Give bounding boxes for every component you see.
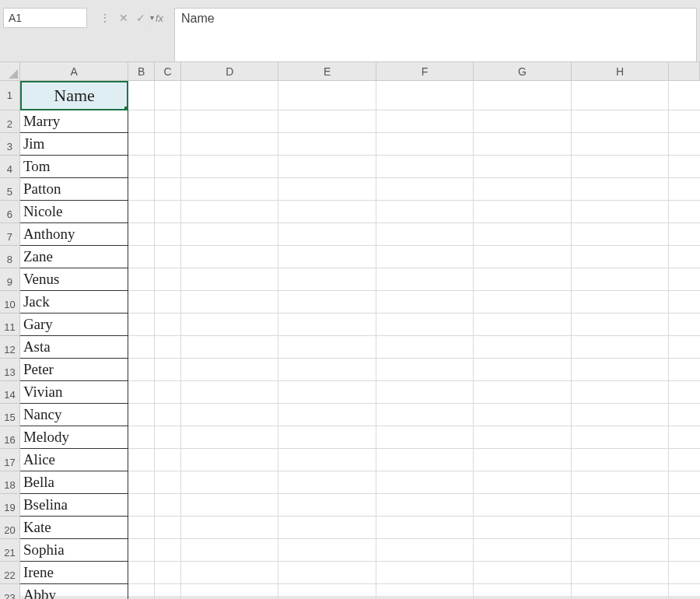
cell-E10[interactable] [278, 291, 376, 314]
cell-H23[interactable] [572, 584, 669, 599]
cell-A7[interactable]: Anthony [20, 223, 128, 246]
cell-G17[interactable] [474, 449, 571, 471]
cell-H4[interactable] [572, 156, 669, 178]
cell-F20[interactable] [376, 517, 474, 539]
cell-D22[interactable] [181, 562, 278, 584]
cell-C19[interactable] [155, 494, 181, 517]
cell-H17[interactable] [572, 449, 669, 471]
cell-C8[interactable] [155, 246, 181, 268]
spreadsheet-grid[interactable]: A B C D E F G H 1 Name 2Marry3Jim4Tom5Pa… [0, 62, 700, 596]
cell-H11[interactable] [572, 314, 669, 336]
cell-C22[interactable] [155, 562, 181, 584]
cell-I20[interactable] [669, 517, 700, 539]
cell-I8[interactable] [669, 246, 700, 268]
cell-C16[interactable] [155, 426, 181, 449]
cell-G6[interactable] [474, 201, 571, 223]
cell-E6[interactable] [278, 201, 376, 223]
cell-C17[interactable] [155, 449, 181, 471]
cell-H20[interactable] [572, 517, 669, 539]
cell-H21[interactable] [572, 539, 669, 562]
cell-A3[interactable]: Jim [20, 133, 128, 156]
cell-A16[interactable]: Melody [20, 426, 128, 449]
cell-A23[interactable]: Abby [20, 584, 128, 599]
cell-I21[interactable] [669, 539, 700, 562]
cell-F10[interactable] [376, 291, 474, 314]
cell-H8[interactable] [572, 246, 669, 268]
cell-A12[interactable]: Asta [20, 336, 128, 359]
cell-B12[interactable] [128, 336, 155, 359]
cell-H2[interactable] [572, 110, 669, 133]
cell-A6[interactable]: Nicole [20, 201, 128, 223]
cell-D17[interactable] [181, 449, 278, 471]
row-header[interactable]: 5 [0, 178, 20, 201]
cell-D6[interactable] [181, 201, 278, 223]
cell-A15[interactable]: Nancy [20, 404, 128, 426]
cell-I23[interactable] [669, 584, 700, 599]
cell-C3[interactable] [155, 133, 181, 156]
cell-D23[interactable] [181, 584, 278, 599]
cell-I13[interactable] [669, 359, 700, 381]
cell-B4[interactable] [128, 156, 155, 178]
column-header-E[interactable]: E [278, 62, 376, 81]
cell-I16[interactable] [669, 426, 700, 449]
cell-B7[interactable] [128, 223, 155, 246]
cell-E15[interactable] [278, 404, 376, 426]
cell-G8[interactable] [474, 246, 571, 268]
cell-D7[interactable] [181, 223, 278, 246]
cell-E13[interactable] [278, 359, 376, 381]
cell-F13[interactable] [376, 359, 474, 381]
cell-C21[interactable] [155, 539, 181, 562]
column-header-F[interactable]: F [376, 62, 474, 81]
cell-D5[interactable] [181, 178, 278, 201]
cell-D15[interactable] [181, 404, 278, 426]
cell-F5[interactable] [376, 178, 474, 201]
cell-G19[interactable] [474, 494, 571, 517]
cell-A11[interactable]: Gary [20, 314, 128, 336]
cell-B23[interactable] [128, 584, 155, 599]
column-header-A[interactable]: A [20, 62, 128, 81]
cell-E22[interactable] [278, 562, 376, 584]
cell-I19[interactable] [669, 494, 700, 517]
row-header-1[interactable]: 1 [0, 81, 20, 110]
cell-B1[interactable] [128, 81, 155, 110]
cell-I22[interactable] [669, 562, 700, 584]
cell-C18[interactable] [155, 471, 181, 494]
cell-G21[interactable] [474, 539, 571, 562]
column-header-H[interactable]: H [572, 62, 669, 81]
cell-C12[interactable] [155, 336, 181, 359]
cell-B15[interactable] [128, 404, 155, 426]
cell-F6[interactable] [376, 201, 474, 223]
cell-E23[interactable] [278, 584, 376, 599]
row-header[interactable]: 20 [0, 517, 20, 539]
cell-C20[interactable] [155, 517, 181, 539]
cell-A2[interactable]: Marry [20, 110, 128, 133]
cell-G20[interactable] [474, 517, 571, 539]
cell-C10[interactable] [155, 291, 181, 314]
cell-H5[interactable] [572, 178, 669, 201]
cell-B19[interactable] [128, 494, 155, 517]
cell-E17[interactable] [278, 449, 376, 471]
cell-D20[interactable] [181, 517, 278, 539]
cell-I9[interactable] [669, 268, 700, 291]
row-header[interactable]: 18 [0, 471, 20, 494]
cell-E5[interactable] [278, 178, 376, 201]
cell-G13[interactable] [474, 359, 571, 381]
cell-B14[interactable] [128, 381, 155, 404]
cell-B20[interactable] [128, 517, 155, 539]
cell-E9[interactable] [278, 268, 376, 291]
column-header-overflow[interactable] [669, 62, 700, 81]
cell-D9[interactable] [181, 268, 278, 291]
cell-A10[interactable]: Jack [20, 291, 128, 314]
cell-H16[interactable] [572, 426, 669, 449]
cell-I2[interactable] [669, 110, 700, 133]
row-header[interactable]: 9 [0, 268, 20, 291]
cell-H14[interactable] [572, 381, 669, 404]
cell-A17[interactable]: Alice [20, 449, 128, 471]
cell-F2[interactable] [376, 110, 474, 133]
cell-F15[interactable] [376, 404, 474, 426]
cell-G1[interactable] [474, 81, 571, 110]
cell-C23[interactable] [155, 584, 181, 599]
row-header[interactable]: 2 [0, 110, 20, 133]
cell-D14[interactable] [181, 381, 278, 404]
cell-B2[interactable] [128, 110, 155, 133]
